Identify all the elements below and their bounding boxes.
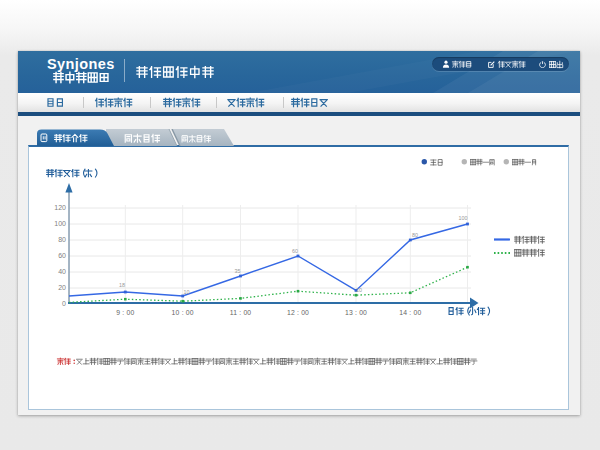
svg-text:10: 10 — [184, 289, 190, 295]
svg-text:80: 80 — [58, 236, 66, 243]
svg-text:20: 20 — [58, 284, 66, 291]
svg-text:14 : 00: 14 : 00 — [399, 309, 421, 316]
svg-text:35: 35 — [235, 268, 241, 274]
svg-text:100: 100 — [54, 220, 66, 227]
svg-text:18: 18 — [119, 282, 125, 288]
svg-text:13 : 00: 13 : 00 — [345, 309, 367, 316]
svg-text:11 : 00: 11 : 00 — [230, 309, 252, 316]
svg-text:60: 60 — [292, 248, 298, 254]
svg-text:40: 40 — [58, 268, 66, 275]
svg-text:10: 10 — [356, 287, 362, 293]
svg-text:9 : 00: 9 : 00 — [116, 309, 134, 316]
svg-text:120: 120 — [54, 204, 66, 211]
svg-text:80: 80 — [412, 232, 418, 238]
svg-text:60: 60 — [58, 252, 66, 259]
svg-text:12 : 00: 12 : 00 — [287, 309, 309, 316]
svg-text:0: 0 — [62, 300, 66, 307]
svg-text:100: 100 — [459, 215, 468, 221]
svg-text:10 : 00: 10 : 00 — [172, 309, 194, 316]
